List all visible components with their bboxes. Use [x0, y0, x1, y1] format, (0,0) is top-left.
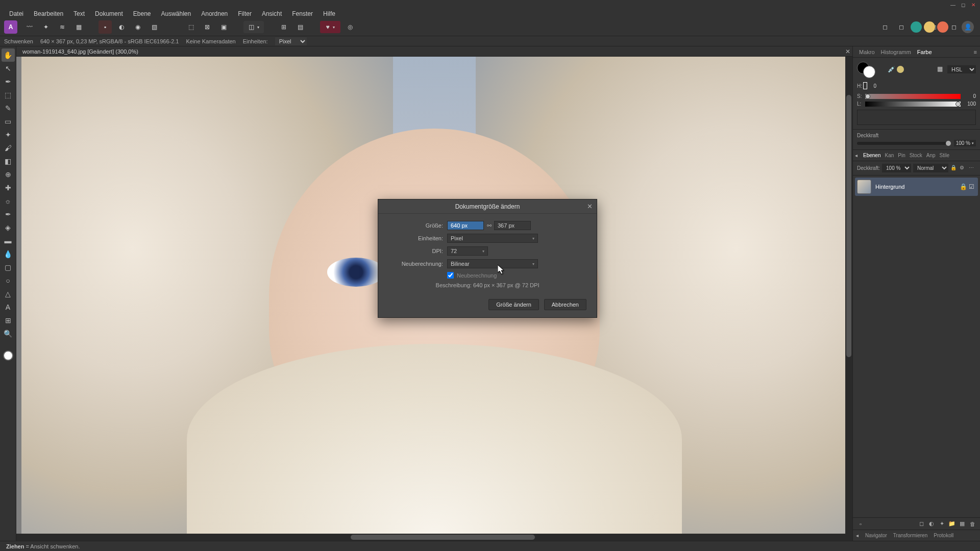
- selection-brush-tool-icon[interactable]: ✎: [2, 102, 15, 115]
- width-input[interactable]: [447, 221, 484, 230]
- assist-dropdown[interactable]: ♥▾: [320, 21, 340, 33]
- horizontal-scrollbar[interactable]: [16, 534, 852, 541]
- tab-transformieren[interactable]: Transformieren: [890, 533, 930, 538]
- window-maximize-button[interactable]: ◻: [959, 0, 968, 9]
- erase-tool-icon[interactable]: ◧: [2, 155, 15, 168]
- vertical-scrollbar[interactable]: [845, 57, 852, 534]
- node-tool-icon[interactable]: ◈: [2, 221, 15, 234]
- tool-color-icon[interactable]: ◉: [131, 20, 144, 34]
- add-live-filter-icon[interactable]: ✦: [937, 519, 946, 529]
- tab-stock[interactable]: Stock: [908, 153, 924, 158]
- eyedropper-icon[interactable]: 💉: [888, 66, 895, 73]
- delete-layer-icon[interactable]: 🗑: [968, 519, 977, 529]
- snap-icon[interactable]: ▤: [293, 20, 307, 34]
- crop-tool-icon[interactable]: ⬚: [2, 88, 15, 102]
- gradient-tool-icon[interactable]: ▬: [2, 234, 15, 247]
- shape-ellipse-tool-icon[interactable]: ○: [2, 274, 15, 287]
- color-mode-select[interactable]: HSL: [947, 65, 976, 73]
- sampled-color-icon[interactable]: [897, 66, 904, 73]
- menu-bearbeiten[interactable]: Bearbeiten: [29, 10, 68, 17]
- menu-anordnen[interactable]: Anordnen: [196, 10, 233, 17]
- layer-effects-icon[interactable]: ▫: [856, 519, 865, 529]
- inpaint-tool-icon[interactable]: ✚: [2, 181, 15, 194]
- document-tab-close-icon[interactable]: ✕: [845, 48, 850, 55]
- units-select[interactable]: Pixel: [275, 37, 307, 45]
- layer-item[interactable]: Hintergrund 🔒 ☑: [855, 178, 978, 196]
- layer-lock-icon[interactable]: 🔒: [950, 165, 958, 172]
- clone-tool-icon[interactable]: ⊕: [2, 168, 15, 181]
- menu-hilfe[interactable]: Hilfe: [318, 10, 340, 17]
- flood-fill-tool-icon[interactable]: 💧: [2, 247, 15, 261]
- menu-ebene[interactable]: Ebene: [128, 10, 156, 17]
- menu-ansicht[interactable]: Ansicht: [257, 10, 287, 17]
- foreground-color-swatch-icon[interactable]: [863, 66, 875, 78]
- preview-icon[interactable]: ◎: [344, 20, 357, 34]
- layer-lock-indicator-icon[interactable]: 🔒: [960, 183, 967, 190]
- marquee-tool-icon[interactable]: ▭: [2, 115, 15, 128]
- tab-anp[interactable]: Anp: [924, 153, 938, 158]
- tab-protokoll[interactable]: Protokoll: [930, 533, 957, 538]
- selection-invert-icon[interactable]: ⊠: [201, 20, 214, 34]
- units-select[interactable]: Pixel▾: [447, 234, 538, 243]
- persona-liquify-icon[interactable]: ✦: [39, 20, 53, 34]
- height-input[interactable]: [494, 221, 531, 230]
- color-chooser-icon[interactable]: ▦: [937, 65, 945, 73]
- layer-visibility-icon[interactable]: ☑: [969, 183, 976, 190]
- cancel-button[interactable]: Abbrechen: [544, 299, 586, 310]
- layer-fx-icon[interactable]: ⚙: [960, 165, 967, 172]
- tab-stile[interactable]: Stile: [938, 153, 951, 158]
- saturation-slider[interactable]: [865, 94, 961, 99]
- color-picker-tool-icon[interactable]: ✒: [2, 75, 15, 88]
- horizontal-scrollbar-thumb[interactable]: [351, 535, 534, 540]
- persona-3-icon[interactable]: [937, 21, 948, 33]
- lightness-slider-thumb[interactable]: [955, 102, 961, 107]
- move-tool-icon[interactable]: ↖: [2, 62, 15, 75]
- tool-autoselect-icon[interactable]: ▪: [99, 20, 112, 34]
- foreground-color-swatch[interactable]: [3, 350, 13, 361]
- persona-2-icon[interactable]: [924, 21, 935, 33]
- opacity-value[interactable]: 100 %▾: [954, 140, 976, 146]
- tab-histogramm[interactable]: Histogramm: [878, 49, 914, 55]
- menu-datei[interactable]: Datei: [4, 10, 29, 17]
- panel-prev-icon[interactable]: ◂: [856, 533, 862, 538]
- color-swatches[interactable]: [857, 62, 877, 77]
- account-button[interactable]: 👤: [962, 21, 974, 33]
- menu-filter[interactable]: Filter: [233, 10, 257, 17]
- s-value[interactable]: 0: [963, 93, 976, 99]
- panel-menu-icon[interactable]: ≡: [974, 49, 977, 55]
- document-tab[interactable]: woman-1919143_640.jpg [Geändert] (300,0%…: [18, 48, 142, 55]
- menu-auswählen[interactable]: Auswählen: [156, 10, 196, 17]
- persona-photo-icon[interactable]: 〰: [23, 20, 36, 34]
- shape-rect-tool-icon[interactable]: ▢: [2, 261, 15, 274]
- layer-blend-select[interactable]: Normal: [913, 164, 948, 172]
- menu-text[interactable]: Text: [68, 10, 90, 17]
- opacity-slider[interactable]: [857, 142, 951, 145]
- layer-more-icon[interactable]: ⋯: [969, 165, 976, 172]
- dodge-tool-icon[interactable]: ☼: [2, 194, 15, 208]
- l-value[interactable]: 100: [963, 101, 976, 107]
- dialog-titlebar[interactable]: Dokumentgröße ändern ✕: [378, 199, 597, 214]
- selection-none-icon[interactable]: ⬚: [184, 20, 198, 34]
- zoom-tool-icon[interactable]: 🔍: [2, 327, 15, 340]
- arrange-icon[interactable]: ⊞: [277, 20, 290, 34]
- add-adjustment-icon[interactable]: ◐: [927, 519, 936, 529]
- dpi-input[interactable]: 72▾: [447, 246, 488, 256]
- persona-develop-icon[interactable]: ≋: [56, 20, 69, 34]
- tab-makro[interactable]: Makro: [856, 49, 878, 55]
- link-dimensions-icon[interactable]: ⚯: [484, 222, 494, 229]
- group-layers-icon[interactable]: 📁: [947, 519, 957, 529]
- panel-prev-icon[interactable]: ◂: [855, 153, 861, 158]
- hue-slider-thumb[interactable]: [863, 82, 867, 89]
- tab-farbe[interactable]: Farbe: [914, 49, 935, 55]
- tab-pin[interactable]: Pin: [896, 153, 907, 158]
- opacity-slider-thumb[interactable]: [946, 141, 951, 146]
- resize-button[interactable]: Größe ändern: [488, 299, 538, 310]
- tab-kan[interactable]: Kan: [883, 153, 896, 158]
- resample-checkbox[interactable]: [447, 272, 454, 279]
- menu-dokument[interactable]: Dokument: [90, 10, 128, 17]
- mesh-tool-icon[interactable]: ⊞: [2, 314, 15, 327]
- add-pixel-layer-icon[interactable]: ▦: [958, 519, 967, 529]
- persona-export-icon[interactable]: ▦: [72, 20, 85, 34]
- saturation-slider-thumb[interactable]: [865, 94, 870, 99]
- resample-select[interactable]: Bilinear▾: [447, 259, 538, 268]
